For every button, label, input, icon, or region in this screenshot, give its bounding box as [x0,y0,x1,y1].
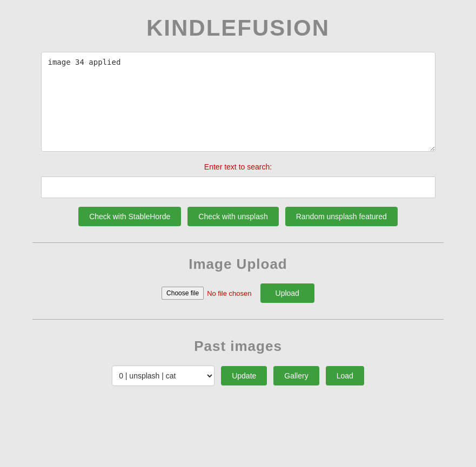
past-images-row: 0 | unsplash | cat Update Gallery Load [112,366,364,386]
text-display-area[interactable]: image 34 applied [41,52,435,152]
search-button-row: Check with StableHorde Check with unspla… [78,207,398,226]
no-file-text: No file chosen [207,289,251,297]
page-title: KINDLEFUSION [0,0,476,52]
past-images-section: Past images 0 | unsplash | cat Update Ga… [32,338,444,386]
divider-2 [32,319,444,320]
file-input-wrapper: Choose file No file chosen [162,287,251,300]
gallery-button[interactable]: Gallery [273,366,319,385]
check-unsplash-button[interactable]: Check with unsplash [187,207,278,226]
past-images-title: Past images [194,338,282,355]
choose-file-label[interactable]: Choose file [162,287,204,300]
search-input[interactable] [41,177,435,198]
choose-file-button[interactable]: Choose file [162,287,204,300]
load-button[interactable]: Load [326,366,364,385]
divider-1 [32,242,444,243]
update-button[interactable]: Update [221,366,267,385]
search-label: Enter text to search: [204,163,272,171]
random-unsplash-button[interactable]: Random unsplash featured [285,207,398,226]
image-upload-title: Image Upload [189,256,287,273]
past-images-dropdown[interactable]: 0 | unsplash | cat [112,366,214,386]
check-stablehorde-button[interactable]: Check with StableHorde [78,207,181,226]
upload-row: Choose file No file chosen Upload [32,283,444,303]
upload-button[interactable]: Upload [260,283,314,303]
